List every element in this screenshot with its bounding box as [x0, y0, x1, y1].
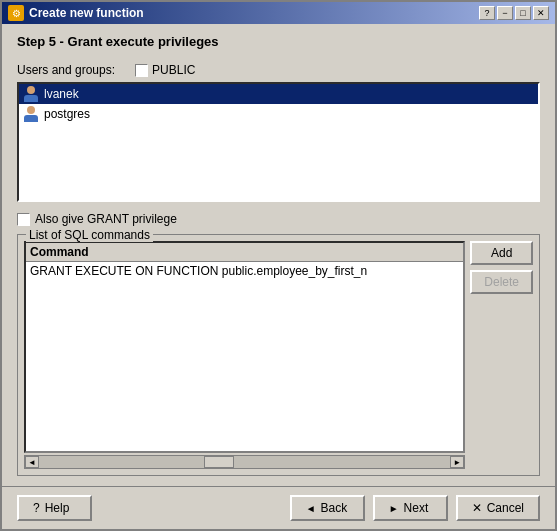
cancel-button[interactable]: ✕ Cancel [456, 495, 540, 521]
sql-data-rows[interactable]: GRANT EXECUTE ON FUNCTION public.employe… [26, 262, 463, 451]
sql-buttons: Add Delete [470, 241, 533, 469]
user-name: postgres [44, 107, 90, 121]
grant-label: Also give GRANT privilege [35, 212, 177, 226]
title-bar: ⚙ Create new function ? − □ ✕ [2, 2, 555, 24]
back-button[interactable]: ◄ Back [290, 495, 365, 521]
back-arrow-icon: ◄ [306, 503, 316, 514]
footer: ? Help ◄ Back ► Next ✕ Cancel [2, 486, 555, 529]
help-icon: ? [33, 501, 40, 515]
help-button[interactable]: ? Help [17, 495, 92, 521]
grant-privilege-checkbox[interactable] [17, 213, 30, 226]
user-icon [23, 106, 39, 122]
sql-inner: Command GRANT EXECUTE ON FUNCTION public… [24, 241, 533, 469]
sql-table: Command GRANT EXECUTE ON FUNCTION public… [24, 241, 465, 453]
users-label: Users and groups: [17, 63, 115, 77]
scroll-thumb[interactable] [204, 456, 234, 468]
footer-right: ◄ Back ► Next ✕ Cancel [100, 495, 540, 521]
sql-commands-group: List of SQL commands Command GRANT EXECU… [17, 234, 540, 476]
close-button[interactable]: ✕ [533, 6, 549, 20]
help-label: Help [45, 501, 70, 515]
next-arrow-icon: ► [389, 503, 399, 514]
list-item[interactable]: postgres [19, 104, 538, 124]
horizontal-scrollbar[interactable]: ◄ ► [24, 455, 465, 469]
public-label: PUBLIC [152, 63, 195, 77]
user-name: lvanek [44, 87, 79, 101]
grant-checkbox-label[interactable]: Also give GRANT privilege [17, 212, 540, 226]
sql-group-legend: List of SQL commands [26, 228, 153, 242]
delete-button[interactable]: Delete [470, 270, 533, 294]
list-item[interactable]: lvanek [19, 84, 538, 104]
next-button[interactable]: ► Next [373, 495, 448, 521]
title-bar-left: ⚙ Create new function [8, 5, 144, 21]
scroll-right-arrow[interactable]: ► [450, 456, 464, 468]
sql-table-header: Command [26, 243, 463, 262]
help-title-button[interactable]: ? [479, 6, 495, 20]
footer-left: ? Help [17, 495, 92, 521]
public-checkbox-label[interactable]: PUBLIC [135, 63, 195, 77]
title-buttons: ? − □ ✕ [479, 6, 549, 20]
scroll-left-arrow[interactable]: ◄ [25, 456, 39, 468]
cancel-icon: ✕ [472, 501, 482, 515]
back-label: Back [321, 501, 348, 515]
users-header: Users and groups: PUBLIC [17, 63, 540, 77]
cancel-label: Cancel [487, 501, 524, 515]
users-list[interactable]: lvanek postgres [17, 82, 540, 202]
maximize-button[interactable]: □ [515, 6, 531, 20]
window-icon: ⚙ [8, 5, 24, 21]
users-section: Users and groups: PUBLIC lvanek [17, 63, 540, 202]
sql-table-container: Command GRANT EXECUTE ON FUNCTION public… [24, 241, 465, 469]
public-checkbox[interactable] [135, 64, 148, 77]
add-button[interactable]: Add [470, 241, 533, 265]
window-title: Create new function [29, 6, 144, 20]
sql-data-row[interactable]: GRANT EXECUTE ON FUNCTION public.employe… [26, 262, 463, 280]
step-title: Step 5 - Grant execute privileges [17, 34, 540, 49]
minimize-button[interactable]: − [497, 6, 513, 20]
next-label: Next [404, 501, 429, 515]
user-icon [23, 86, 39, 102]
main-window: ⚙ Create new function ? − □ ✕ Step 5 - G… [0, 0, 557, 531]
scroll-track[interactable] [39, 456, 450, 468]
content-area: Step 5 - Grant execute privileges Users … [2, 24, 555, 486]
